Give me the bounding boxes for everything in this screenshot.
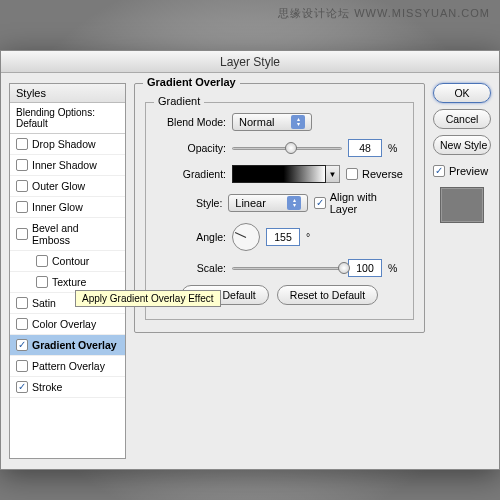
style-item-label: Inner Shadow [32, 159, 97, 171]
style-item-pattern-overlay[interactable]: Pattern Overlay [10, 356, 125, 377]
style-checkbox-icon[interactable] [36, 276, 48, 288]
select-arrows-icon: ▴▾ [287, 196, 301, 210]
angle-value[interactable]: 155 [266, 228, 300, 246]
reverse-cb-icon [346, 168, 358, 180]
style-item-stroke[interactable]: Stroke [10, 377, 125, 398]
scale-label: Scale: [156, 262, 226, 274]
opacity-value[interactable]: 48 [348, 139, 382, 157]
preview-label: Preview [449, 165, 488, 177]
style-item-label: Color Overlay [32, 318, 96, 330]
styles-header[interactable]: Styles [10, 84, 125, 103]
style-checkbox-icon[interactable] [16, 228, 28, 240]
preview-swatch [440, 187, 484, 223]
style-item-label: Bevel and Emboss [32, 222, 119, 246]
cancel-button[interactable]: Cancel [433, 109, 491, 129]
opacity-label: Opacity: [156, 142, 226, 154]
style-select[interactable]: Linear ▴▾ [228, 194, 308, 212]
style-item-bevel-and-emboss[interactable]: Bevel and Emboss [10, 218, 125, 251]
gradient-subgroup: Gradient Blend Mode: Normal ▴▾ Opacity: [145, 102, 414, 320]
style-item-label: Satin [32, 297, 56, 309]
style-item-inner-shadow[interactable]: Inner Shadow [10, 155, 125, 176]
scale-slider[interactable] [232, 261, 342, 275]
style-checkbox-icon[interactable] [16, 138, 28, 150]
style-checkbox-icon[interactable] [16, 297, 28, 309]
style-checkbox-icon[interactable] [16, 339, 28, 351]
opacity-slider[interactable] [232, 141, 342, 155]
blend-mode-select[interactable]: Normal ▴▾ [232, 113, 312, 131]
style-checkbox-icon[interactable] [16, 318, 28, 330]
reverse-checkbox[interactable]: Reverse [346, 168, 403, 180]
style-item-label: Texture [52, 276, 86, 288]
ok-button[interactable]: OK [433, 83, 491, 103]
preview-cb-icon [433, 165, 445, 177]
blend-mode-value: Normal [239, 116, 274, 128]
reset-default-button[interactable]: Reset to Default [277, 285, 378, 305]
angle-unit: ° [306, 231, 310, 243]
layer-style-dialog: Layer Style Styles Blending Options: Def… [0, 50, 500, 470]
style-item-label: Drop Shadow [32, 138, 96, 150]
gradient-picker-arrow-icon[interactable]: ▼ [326, 165, 340, 183]
align-cb-icon [314, 197, 325, 209]
style-item-drop-shadow[interactable]: Drop Shadow [10, 134, 125, 155]
angle-label: Angle: [156, 231, 226, 243]
style-item-inner-glow[interactable]: Inner Glow [10, 197, 125, 218]
gradient-swatch[interactable] [232, 165, 326, 183]
style-item-gradient-overlay[interactable]: Gradient Overlay [10, 335, 125, 356]
main-panel: Gradient Overlay Gradient Blend Mode: No… [134, 83, 425, 459]
blending-options[interactable]: Blending Options: Default [10, 103, 125, 134]
blend-mode-label: Blend Mode: [156, 116, 226, 128]
subgroup-title: Gradient [154, 95, 204, 107]
style-item-label: Gradient Overlay [32, 339, 117, 351]
watermark-text: 思缘设计论坛 WWW.MISSYUAN.COM [278, 6, 490, 21]
style-item-label: Inner Glow [32, 201, 83, 213]
scale-value[interactable]: 100 [348, 259, 382, 277]
style-item-label: Pattern Overlay [32, 360, 105, 372]
angle-dial[interactable] [232, 223, 260, 251]
align-label: Align with Layer [330, 191, 403, 215]
style-item-contour[interactable]: Contour [10, 251, 125, 272]
style-checkbox-icon[interactable] [16, 360, 28, 372]
dialog-title: Layer Style [1, 51, 499, 73]
style-item-label: Outer Glow [32, 180, 85, 192]
style-checkbox-icon[interactable] [16, 201, 28, 213]
styles-panel: Styles Blending Options: Default Drop Sh… [9, 83, 126, 459]
tooltip: Apply Gradient Overlay Effect [75, 290, 221, 307]
gradient-label: Gradient: [156, 168, 226, 180]
style-checkbox-icon[interactable] [16, 159, 28, 171]
style-item-label: Stroke [32, 381, 62, 393]
style-label: Style: [156, 197, 222, 209]
style-item-color-overlay[interactable]: Color Overlay [10, 314, 125, 335]
scale-percent: % [388, 262, 397, 274]
new-style-button[interactable]: New Style [433, 135, 491, 155]
preview-checkbox[interactable]: Preview [433, 165, 491, 177]
opacity-percent: % [388, 142, 397, 154]
select-arrows-icon: ▴▾ [291, 115, 305, 129]
reverse-label: Reverse [362, 168, 403, 180]
style-item-outer-glow[interactable]: Outer Glow [10, 176, 125, 197]
group-title: Gradient Overlay [143, 76, 240, 88]
style-item-label: Contour [52, 255, 89, 267]
style-checkbox-icon[interactable] [16, 381, 28, 393]
right-panel: OK Cancel New Style Preview [433, 83, 491, 459]
styles-list: Drop ShadowInner ShadowOuter GlowInner G… [10, 134, 125, 398]
style-checkbox-icon[interactable] [36, 255, 48, 267]
style-value: Linear [235, 197, 266, 209]
style-checkbox-icon[interactable] [16, 180, 28, 192]
align-checkbox[interactable]: Align with Layer [314, 191, 403, 215]
